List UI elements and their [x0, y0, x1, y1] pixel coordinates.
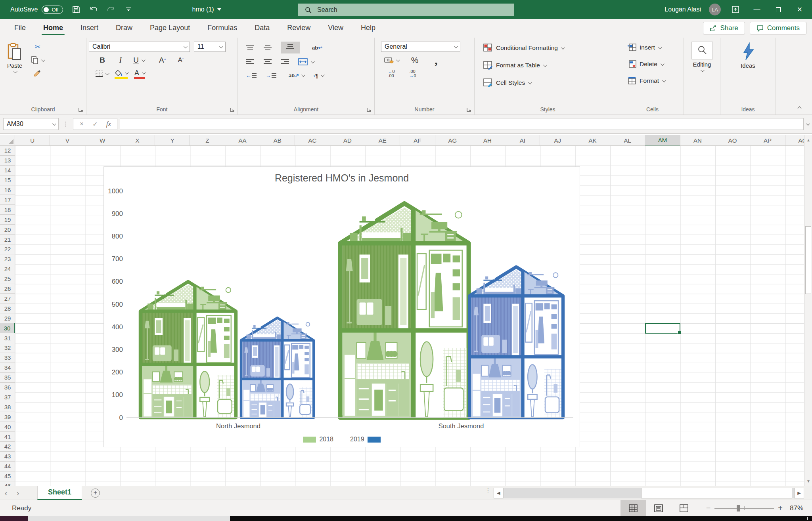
- selected-cell[interactable]: [645, 323, 680, 334]
- user-name[interactable]: Lougan Alasi: [665, 6, 701, 13]
- column-header-AK[interactable]: AK: [575, 135, 610, 146]
- font-dialog-launcher-icon[interactable]: [230, 107, 235, 112]
- ribbon-display-options-icon[interactable]: [729, 3, 742, 16]
- accounting-format-button[interactable]: [384, 55, 399, 65]
- row-header-26[interactable]: 26: [0, 284, 15, 294]
- row-header-46[interactable]: 46: [0, 481, 15, 486]
- bar-north-jesmond-2018[interactable]: [140, 282, 236, 418]
- sheet-tab-sheet1[interactable]: Sheet1: [37, 486, 82, 500]
- row-header-28[interactable]: 28: [0, 303, 15, 313]
- row-header-41[interactable]: 41: [0, 432, 15, 442]
- column-header-AB[interactable]: AB: [260, 135, 295, 146]
- row-header-43[interactable]: 43: [0, 452, 15, 462]
- column-header-V[interactable]: V: [50, 135, 85, 146]
- sheet-nav-left-icon[interactable]: ‹: [0, 489, 12, 498]
- tab-insert[interactable]: Insert: [73, 21, 105, 36]
- scroll-down-icon[interactable]: ▼: [804, 476, 812, 486]
- cut-icon[interactable]: ✂: [31, 42, 44, 52]
- cell-styles-button[interactable]: Cell Styles: [482, 76, 619, 89]
- column-header-AJ[interactable]: AJ: [540, 135, 575, 146]
- sheet-nav-right-icon[interactable]: ›: [12, 489, 24, 498]
- horizontal-scrollbar[interactable]: [504, 488, 804, 498]
- insert-function-icon[interactable]: fx: [103, 120, 115, 128]
- zoom-slider[interactable]: [714, 508, 774, 509]
- search-input[interactable]: Search: [298, 4, 514, 16]
- restore-button[interactable]: [772, 3, 785, 16]
- legend-item-2018[interactable]: 2018: [303, 436, 333, 443]
- column-header-AM[interactable]: AM: [645, 135, 680, 146]
- decrease-indent-icon[interactable]: ←: [246, 70, 257, 80]
- autosave-toggle[interactable]: AutoSave Off: [10, 6, 63, 14]
- row-header-37[interactable]: 37: [0, 393, 15, 403]
- row-header-18[interactable]: 18: [0, 205, 15, 215]
- tab-review[interactable]: Review: [280, 21, 318, 36]
- column-header-X[interactable]: X: [120, 135, 155, 146]
- redo-icon[interactable]: [107, 6, 115, 13]
- row-header-35[interactable]: 35: [0, 373, 15, 383]
- row-header-25[interactable]: 25: [0, 274, 15, 284]
- column-header-AA[interactable]: AA: [225, 135, 260, 146]
- vertical-scrollbar[interactable]: ▲ ▼: [804, 135, 812, 486]
- clipboard-dialog-launcher-icon[interactable]: [78, 107, 83, 112]
- tab-page-layout[interactable]: Page Layout: [143, 21, 197, 36]
- hscroll-left-icon[interactable]: ◀: [494, 488, 504, 498]
- paste-button[interactable]: Paste: [2, 40, 27, 99]
- row-header-38[interactable]: 38: [0, 402, 15, 412]
- row-header-20[interactable]: 20: [0, 225, 15, 235]
- row-header-45[interactable]: 45: [0, 471, 15, 481]
- row-header-19[interactable]: 19: [0, 215, 15, 225]
- column-header-AG[interactable]: AG: [435, 135, 470, 146]
- row-header-29[interactable]: 29: [0, 313, 15, 323]
- italic-button[interactable]: I: [115, 55, 126, 65]
- top-align-icon[interactable]: [246, 44, 255, 51]
- column-header-Z[interactable]: Z: [190, 135, 225, 146]
- column-header-AC[interactable]: AC: [295, 135, 330, 146]
- row-header-23[interactable]: 23: [0, 254, 15, 264]
- bold-button[interactable]: B: [97, 55, 108, 65]
- save-icon[interactable]: [72, 6, 80, 13]
- undo-icon[interactable]: [89, 6, 98, 13]
- formula-bar-splitter[interactable]: ⋮: [61, 120, 71, 128]
- increase-indent-icon[interactable]: →: [266, 70, 277, 80]
- bar-south-jesmond-2019[interactable]: [469, 267, 563, 418]
- format-painter-icon[interactable]: [31, 69, 44, 79]
- column-header-AP[interactable]: AP: [750, 135, 785, 146]
- conditional-formatting-button[interactable]: Conditional Formatting: [482, 42, 619, 54]
- copy-icon[interactable]: [31, 55, 44, 65]
- insert-cells-button[interactable]: Insert: [626, 42, 681, 53]
- fill-color-button[interactable]: [115, 69, 128, 79]
- column-header-AQ[interactable]: AQ: [785, 135, 804, 146]
- row-header-30[interactable]: 30: [0, 323, 15, 333]
- middle-align-icon[interactable]: [263, 44, 272, 51]
- tab-draw[interactable]: Draw: [109, 21, 140, 36]
- name-box[interactable]: AM30: [3, 118, 59, 130]
- vertical-scrollbar-thumb[interactable]: [805, 226, 811, 294]
- legend-item-2019[interactable]: 2019: [350, 436, 381, 443]
- column-header-AD[interactable]: AD: [330, 135, 365, 146]
- zoom-in-icon[interactable]: +: [778, 504, 783, 513]
- bottom-align-button[interactable]: [281, 42, 300, 53]
- tab-view[interactable]: View: [321, 21, 350, 36]
- row-header-27[interactable]: 27: [0, 294, 15, 304]
- font-size-select[interactable]: 11: [194, 42, 226, 52]
- horizontal-scrollbar-thumb[interactable]: [641, 488, 792, 498]
- zoom-level[interactable]: 87%: [788, 504, 812, 512]
- column-header-AL[interactable]: AL: [610, 135, 645, 146]
- column-header-U[interactable]: U: [15, 135, 50, 146]
- align-right-icon[interactable]: [281, 59, 289, 65]
- tab-help[interactable]: Help: [354, 21, 383, 36]
- number-format-select[interactable]: General: [381, 42, 460, 52]
- document-title[interactable]: hmo (1): [192, 6, 221, 13]
- decrease-font-size-button[interactable]: Aˇ: [175, 55, 186, 65]
- tab-home[interactable]: Home: [36, 21, 70, 36]
- enter-formula-icon[interactable]: ✓: [89, 120, 101, 128]
- row-header-33[interactable]: 33: [0, 353, 15, 363]
- bar-south-jesmond-2018[interactable]: [340, 203, 469, 418]
- editing-button[interactable]: Editing: [686, 40, 718, 99]
- wrap-text-button[interactable]: ab↩: [312, 42, 323, 53]
- expand-formula-bar-icon[interactable]: [806, 122, 810, 126]
- tab-formulas[interactable]: Formulas: [200, 21, 244, 36]
- row-header-21[interactable]: 21: [0, 235, 15, 244]
- hscroll-right-icon[interactable]: ▶: [794, 488, 804, 498]
- align-center-icon[interactable]: [263, 59, 272, 65]
